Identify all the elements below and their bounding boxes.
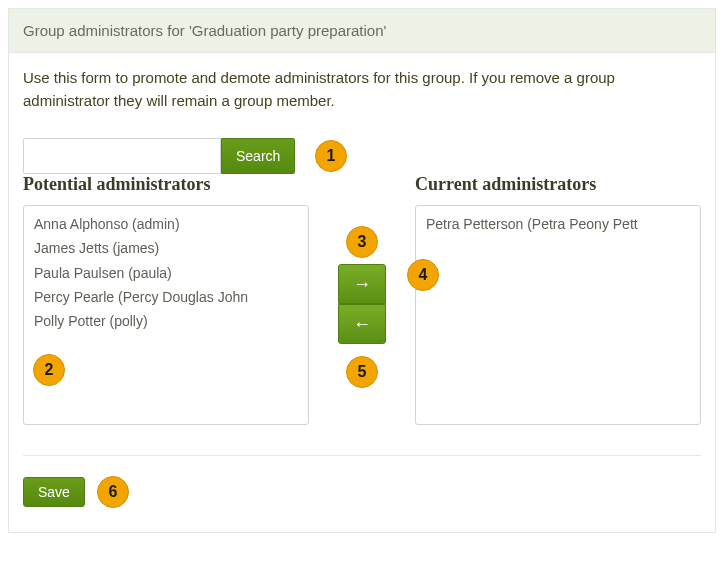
list-item[interactable]: Petra Petterson (Petra Peony Pett [416, 212, 700, 236]
list-item[interactable]: Anna Alphonso (admin) [24, 212, 308, 236]
panel-body: Use this form to promote and demote admi… [9, 53, 715, 532]
list-item[interactable]: Polly Potter (polly) [24, 309, 308, 333]
current-heading: Current administrators [415, 174, 701, 195]
save-button[interactable]: Save [23, 477, 85, 507]
list-item[interactable]: James Jetts (james) [24, 236, 308, 260]
callout-6: 6 [97, 476, 129, 508]
search-button[interactable]: Search [221, 138, 295, 174]
potential-column: Potential administrators Anna Alphonso (… [23, 174, 309, 425]
move-right-button[interactable]: → [338, 264, 386, 304]
potential-heading: Potential administrators [23, 174, 309, 195]
callout-5: 5 [346, 356, 378, 388]
list-item[interactable]: Percy Pearle (Percy Douglas John [24, 285, 308, 309]
arrow-left-icon: ← [353, 314, 371, 335]
callout-1: 1 [315, 140, 347, 172]
search-input[interactable] [23, 138, 221, 174]
current-column: Current administrators Petra Petterson (… [415, 174, 701, 425]
panel-title: Group administrators for 'Graduation par… [9, 9, 715, 53]
current-listbox[interactable]: Petra Petterson (Petra Peony Pett [415, 205, 701, 425]
divider [23, 455, 701, 456]
potential-listbox[interactable]: Anna Alphonso (admin)James Jetts (james)… [23, 205, 309, 425]
callout-3: 3 [346, 226, 378, 258]
move-left-button[interactable]: ← [338, 304, 386, 344]
arrow-right-icon: → [353, 274, 371, 295]
form-description: Use this form to promote and demote admi… [23, 67, 701, 112]
callout-2: 2 [33, 354, 65, 386]
list-item[interactable]: Paula Paulsen (paula) [24, 261, 308, 285]
transfer-controls: 3 → ← 5 [309, 174, 415, 388]
callout-4: 4 [407, 259, 439, 291]
group-admin-panel: Group administrators for 'Graduation par… [8, 8, 716, 533]
